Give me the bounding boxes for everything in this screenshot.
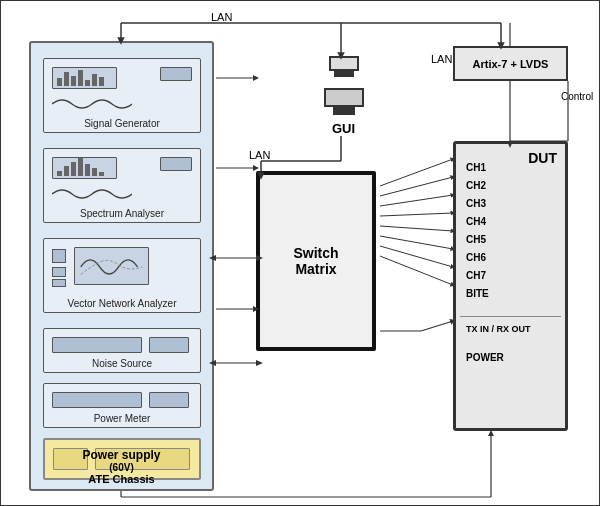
vna: Vector Network Analyzer <box>43 238 201 313</box>
ch1-label: CH1 <box>466 162 486 173</box>
svg-line-28 <box>380 236 453 249</box>
switch-matrix: Switch Matrix <box>256 171 376 351</box>
artix-box: Artix-7 + LVDS <box>453 46 568 81</box>
power-meter: Power Meter <box>43 383 201 428</box>
svg-line-25 <box>380 195 453 206</box>
computer-icon <box>329 56 359 71</box>
lan-mid-label: LAN <box>249 149 270 161</box>
svg-marker-19 <box>256 360 263 366</box>
lan-artix-label: LAN <box>431 53 452 65</box>
tx-rx-label: TX IN / RX OUT <box>466 324 531 334</box>
spectrum-analyser: Spectrum Analyser <box>43 148 201 223</box>
gui-area: GUI <box>311 56 376 136</box>
svg-line-24 <box>380 177 453 196</box>
ch7-label: CH7 <box>466 270 486 281</box>
diagram-container: Signal Generator Spectrum Analyser <box>0 0 600 506</box>
vna-label: Vector Network Analyzer <box>44 298 200 309</box>
ate-chassis-label: Power supply (60V) ATE Chassis <box>31 448 212 485</box>
noise-label: Noise Source <box>44 358 200 369</box>
ch2-label: CH2 <box>466 180 486 191</box>
svg-line-26 <box>380 213 453 216</box>
lan-top-label: LAN <box>211 11 232 23</box>
svg-line-30 <box>380 256 453 285</box>
spec-anal-label: Spectrum Analyser <box>44 208 200 219</box>
svg-line-23 <box>380 159 453 186</box>
svg-line-32 <box>421 321 453 331</box>
power-meter-label: Power Meter <box>44 413 200 424</box>
ch3-label: CH3 <box>466 198 486 209</box>
ch4-label: CH4 <box>466 216 486 227</box>
power-label: POWER <box>466 352 504 363</box>
noise-source: Noise Source <box>43 328 201 373</box>
dut-box: DUT CH1 CH2 CH3 CH4 CH5 CH6 CH7 BITE TX … <box>453 141 568 431</box>
svg-line-29 <box>380 246 453 267</box>
signal-generator: Signal Generator <box>43 58 201 133</box>
bite-label: BITE <box>466 288 489 299</box>
control-label: Control <box>561 91 593 102</box>
ch5-label: CH5 <box>466 234 486 245</box>
ate-chassis: Signal Generator Spectrum Analyser <box>29 41 214 491</box>
dut-title: DUT <box>528 150 557 166</box>
gui-label: GUI <box>332 121 355 136</box>
svg-line-27 <box>380 226 453 231</box>
signal-gen-label: Signal Generator <box>44 118 200 129</box>
monitor-icon <box>324 88 364 107</box>
ch6-label: CH6 <box>466 252 486 263</box>
